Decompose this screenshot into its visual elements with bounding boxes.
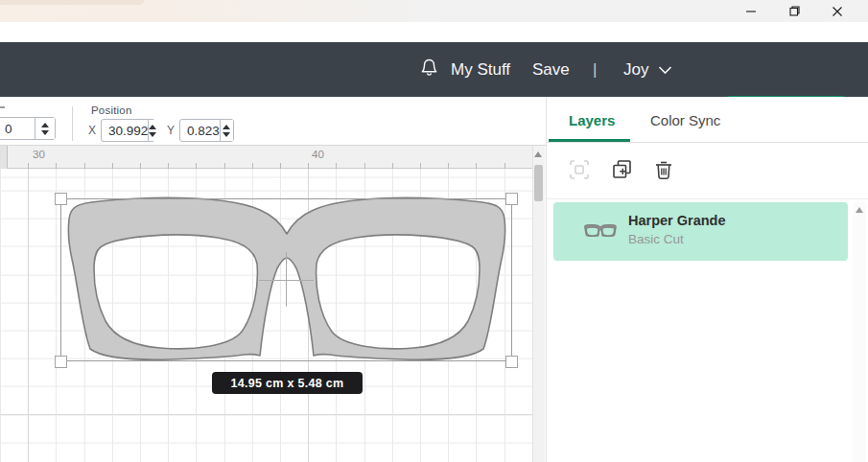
title-bar bbox=[0, 0, 868, 22]
grid-major-line bbox=[28, 169, 29, 462]
stepper-down-icon bbox=[41, 130, 49, 135]
ruler-left-cap bbox=[0, 146, 8, 169]
position-x-value: 30.992 bbox=[102, 124, 148, 138]
restore-button[interactable] bbox=[775, 0, 813, 22]
stepper-up-icon bbox=[41, 123, 49, 127]
center-crosshair bbox=[259, 280, 314, 281]
select-all-button[interactable] bbox=[567, 158, 592, 183]
resize-handle-top-left[interactable] bbox=[55, 193, 67, 205]
title-bar-accent bbox=[0, 0, 144, 5]
dimension-tooltip: 14.95 cm x 5.48 cm bbox=[212, 372, 363, 394]
rotate-field[interactable]: 0 bbox=[0, 117, 56, 140]
chevron-down-icon bbox=[658, 65, 672, 75]
duplicate-button[interactable] bbox=[609, 158, 634, 183]
toolbar-divider bbox=[72, 106, 73, 141]
panel-scrollbar[interactable] bbox=[853, 202, 866, 462]
scroll-up-icon[interactable] bbox=[534, 151, 542, 157]
position-x-field[interactable]: 30.992 bbox=[101, 119, 155, 142]
delete-icon bbox=[652, 158, 675, 184]
resize-handle-bottom-left[interactable] bbox=[55, 356, 67, 368]
layer-name: Harper Grande bbox=[628, 213, 726, 228]
bell-icon bbox=[418, 56, 440, 83]
delete-button[interactable] bbox=[651, 158, 676, 183]
ruler-label-40: 40 bbox=[312, 149, 324, 160]
close-icon bbox=[832, 6, 843, 17]
scroll-up-icon[interactable] bbox=[856, 207, 863, 213]
restore-icon bbox=[788, 5, 801, 17]
app-top-strip bbox=[0, 22, 868, 42]
position-y-stepper[interactable] bbox=[220, 120, 233, 141]
app-header: My Stuff Save | Joy Make It bbox=[0, 42, 868, 97]
canvas-scrollbar-thumb[interactable] bbox=[534, 165, 543, 201]
layers-panel: Layers Color Sync bbox=[546, 97, 868, 462]
account-name-label: Joy bbox=[623, 60, 648, 80]
position-label: Position bbox=[91, 104, 132, 116]
minimize-button[interactable] bbox=[732, 0, 770, 22]
stepper-down-icon bbox=[223, 132, 230, 137]
layer-item-harper-grande[interactable]: Harper Grande Basic Cut bbox=[553, 202, 848, 261]
glasses-icon bbox=[584, 223, 617, 242]
select-all-icon bbox=[568, 158, 591, 184]
tab-layers[interactable]: Layers bbox=[569, 112, 615, 128]
position-y-value: 0.823 bbox=[180, 124, 220, 138]
stepper-up-icon bbox=[223, 125, 230, 129]
save-label: Save bbox=[532, 60, 570, 80]
duplicate-icon bbox=[610, 157, 634, 184]
cutoff-label-fragment bbox=[0, 106, 5, 108]
save-link[interactable]: Save bbox=[532, 42, 570, 97]
tab-row-border bbox=[547, 142, 868, 143]
rotate-stepper[interactable] bbox=[35, 118, 55, 139]
resize-handle-bottom-right[interactable] bbox=[505, 356, 518, 368]
position-y-field[interactable]: 0.823 bbox=[179, 119, 234, 142]
minimize-icon bbox=[745, 6, 757, 17]
y-label: Y bbox=[167, 124, 175, 137]
notifications-button[interactable] bbox=[418, 42, 440, 97]
tab-color-sync[interactable]: Color Sync bbox=[650, 112, 720, 128]
close-button[interactable] bbox=[818, 0, 856, 22]
position-x-stepper[interactable] bbox=[148, 120, 156, 141]
my-stuff-label: My Stuff bbox=[451, 60, 510, 80]
layer-cut-type: Basic Cut bbox=[628, 232, 684, 246]
ruler-label-30: 30 bbox=[33, 149, 45, 160]
rotate-value: 0 bbox=[0, 122, 35, 136]
my-stuff-link[interactable]: My Stuff bbox=[451, 42, 510, 97]
grid-major-line bbox=[0, 414, 532, 415]
header-divider: | bbox=[593, 42, 597, 97]
panel-separator bbox=[547, 198, 868, 199]
dimension-text: 14.95 cm x 5.48 cm bbox=[231, 377, 344, 390]
x-label: X bbox=[88, 124, 96, 137]
stepper-down-icon bbox=[149, 132, 156, 137]
resize-handle-top-right[interactable] bbox=[505, 193, 518, 205]
stepper-up-icon bbox=[149, 125, 156, 129]
account-menu[interactable]: Joy bbox=[623, 42, 672, 97]
